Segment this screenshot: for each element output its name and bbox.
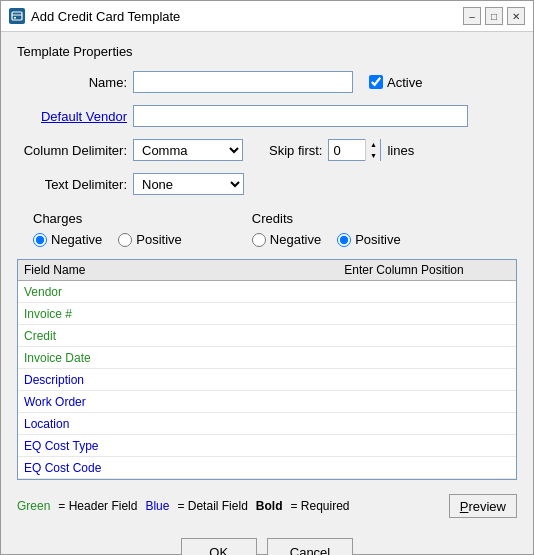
name-row: Name: Active (17, 71, 517, 93)
ok-button[interactable]: OK (181, 538, 257, 555)
legend-row: Green = Header Field Blue = Detail Field… (17, 494, 517, 518)
field-name-cell: Vendor (24, 285, 330, 299)
fields-table: Field Name Enter Column Position Vendor … (17, 259, 517, 480)
window-title: Add Credit Card Template (31, 9, 457, 24)
charges-negative-radio[interactable] (33, 233, 47, 247)
legend-blue-label: Blue (145, 499, 169, 513)
text-delimiter-row: Text Delimiter: None Double Quote Single… (17, 173, 517, 195)
cancel-button[interactable]: Cancel (267, 538, 353, 555)
default-vendor-link[interactable]: Default Vendor (17, 109, 127, 124)
field-name-cell: EQ Cost Type (24, 439, 330, 453)
bottom-buttons: OK Cancel (1, 530, 533, 555)
spinner-buttons: ▲ ▼ (365, 139, 380, 161)
name-label: Name: (17, 75, 127, 90)
minimize-button[interactable]: – (463, 7, 481, 25)
credits-positive-label: Positive (355, 232, 401, 247)
svg-rect-2 (14, 17, 16, 19)
text-delimiter-select[interactable]: None Double Quote Single Quote (133, 173, 244, 195)
name-input[interactable] (133, 71, 353, 93)
th-field-name: Field Name (24, 263, 314, 277)
credits-radio-row: Negative Positive (252, 232, 401, 247)
credits-negative-label: Negative (270, 232, 321, 247)
close-button[interactable]: ✕ (507, 7, 525, 25)
table-row[interactable]: EQ Cost Code (18, 457, 516, 479)
credits-positive-option[interactable]: Positive (337, 232, 401, 247)
legend-blue-desc: = Detail Field (177, 499, 247, 513)
legend-green-label: Green (17, 499, 50, 513)
table-row[interactable]: Description (18, 369, 516, 391)
scroll-spacer (494, 263, 510, 277)
field-name-cell: EQ Cost Code (24, 461, 330, 475)
charges-label: Charges (33, 211, 182, 226)
table-body[interactable]: Vendor Invoice # Credit Invoice Date Des… (18, 281, 516, 479)
table-row[interactable]: Credit (18, 325, 516, 347)
spin-down-button[interactable]: ▼ (366, 150, 380, 161)
table-row[interactable]: Work Order (18, 391, 516, 413)
skip-first-spinner[interactable]: ▲ ▼ (328, 139, 381, 161)
maximize-button[interactable]: □ (485, 7, 503, 25)
legend-bold-desc: = Required (290, 499, 349, 513)
skip-first-input[interactable] (329, 140, 365, 160)
legend-green-desc: = Header Field (58, 499, 137, 513)
column-delimiter-select[interactable]: Comma Tab Semicolon Other (133, 139, 243, 161)
skip-first-label: Skip first: (269, 143, 322, 158)
column-delimiter-label: Column Delimiter: (17, 143, 127, 158)
credits-positive-radio[interactable] (337, 233, 351, 247)
legend-bold-label: Bold (256, 499, 283, 513)
table-row[interactable]: Invoice Date (18, 347, 516, 369)
field-name-cell: Invoice Date (24, 351, 330, 365)
charges-credits-section: Charges Negative Positive Credits (33, 211, 517, 247)
th-column-position: Enter Column Position (314, 263, 494, 277)
credits-negative-option[interactable]: Negative (252, 232, 321, 247)
field-name-cell: Description (24, 373, 330, 387)
table-row[interactable]: EQ Cost Type (18, 435, 516, 457)
charges-positive-option[interactable]: Positive (118, 232, 182, 247)
template-properties-title: Template Properties (17, 44, 517, 59)
spin-up-button[interactable]: ▲ (366, 139, 380, 150)
column-delimiter-row: Column Delimiter: Comma Tab Semicolon Ot… (17, 139, 517, 161)
preview-button[interactable]: Preview (449, 494, 517, 518)
table-row[interactable]: Location (18, 413, 516, 435)
credits-negative-radio[interactable] (252, 233, 266, 247)
charges-positive-label: Positive (136, 232, 182, 247)
credits-label: Credits (252, 211, 401, 226)
charges-radio-row: Negative Positive (33, 232, 182, 247)
active-label: Active (387, 75, 422, 90)
credits-group: Credits Negative Positive (252, 211, 401, 247)
window-controls: – □ ✕ (463, 7, 525, 25)
table-header: Field Name Enter Column Position (18, 260, 516, 281)
main-window: Add Credit Card Template – □ ✕ Template … (0, 0, 534, 555)
text-delimiter-label: Text Delimiter: (17, 177, 127, 192)
field-name-cell: Work Order (24, 395, 330, 409)
window-icon (9, 8, 25, 24)
table-row[interactable]: Invoice # (18, 303, 516, 325)
default-vendor-row: Default Vendor (17, 105, 517, 127)
charges-negative-label: Negative (51, 232, 102, 247)
svg-rect-0 (12, 12, 22, 20)
charges-positive-radio[interactable] (118, 233, 132, 247)
charges-group: Charges Negative Positive (33, 211, 182, 247)
field-name-cell: Location (24, 417, 330, 431)
table-row[interactable]: Vendor (18, 281, 516, 303)
active-checkbox[interactable] (369, 75, 383, 89)
skip-first-group: Skip first: ▲ ▼ lines (269, 139, 414, 161)
charges-negative-option[interactable]: Negative (33, 232, 102, 247)
field-name-cell: Invoice # (24, 307, 330, 321)
title-bar: Add Credit Card Template – □ ✕ (1, 1, 533, 32)
default-vendor-input[interactable] (133, 105, 468, 127)
content-area: Template Properties Name: Active Default… (1, 32, 533, 530)
lines-label: lines (387, 143, 414, 158)
field-name-cell: Credit (24, 329, 330, 343)
